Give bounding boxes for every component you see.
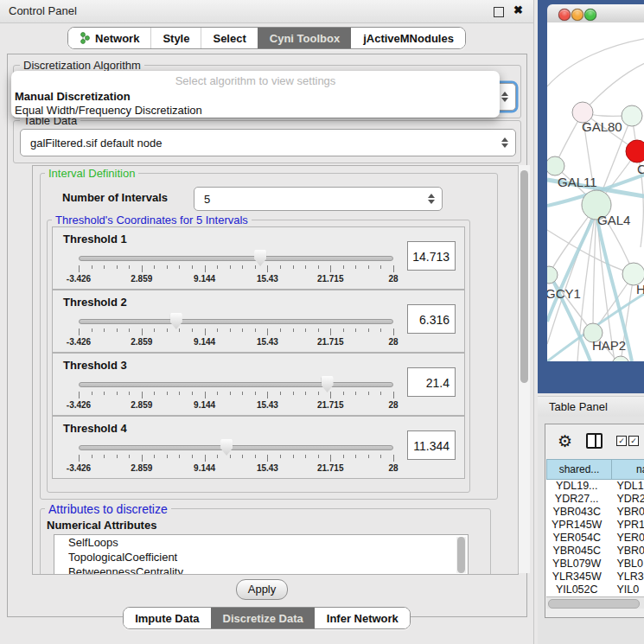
tab-impute-data[interactable]: Impute Data xyxy=(124,608,210,628)
split-columns-icon[interactable] xyxy=(586,433,603,449)
list-scrollbar-thumb[interactable] xyxy=(457,537,465,573)
network-edge[interactable] xyxy=(547,36,644,86)
tab-network[interactable]: Network xyxy=(68,28,150,48)
numerical-attributes-list[interactable]: SelfLoopsTopologicalCoefficientBetweenne… xyxy=(54,534,469,575)
gear-icon[interactable]: ⚙ xyxy=(558,433,572,450)
network-node[interactable] xyxy=(626,140,644,163)
network-graph[interactable]: GAL80GACGAL11GAL4GCY1HHAP2 xyxy=(547,22,644,361)
threshold-value-field[interactable]: 11.344 xyxy=(407,430,456,460)
slider-track[interactable] xyxy=(79,319,393,324)
close-icon[interactable]: ✖ xyxy=(513,3,523,16)
column-header-name[interactable]: na xyxy=(611,459,644,480)
attribute-list-item[interactable]: TopologicalCoefficient xyxy=(54,550,468,564)
tick-mark xyxy=(380,455,381,458)
close-traffic-light[interactable] xyxy=(558,9,571,21)
table-row[interactable]: YDR27...YDR2 xyxy=(546,493,644,506)
tab-infer-network[interactable]: Infer Network xyxy=(315,608,410,628)
cell-shared-name[interactable]: YPR145W xyxy=(546,519,607,532)
threshold-value-field[interactable]: 14.713 xyxy=(407,241,456,271)
slider-track[interactable] xyxy=(79,256,393,261)
slider-thumb[interactable] xyxy=(220,439,233,456)
table-row[interactable]: YBL079WYBL0 xyxy=(546,558,644,571)
network-node[interactable] xyxy=(612,356,629,361)
float-window-icon[interactable] xyxy=(494,7,504,17)
slider-track[interactable] xyxy=(79,445,393,450)
tab-style[interactable]: Style xyxy=(150,28,201,48)
table-hscrollbar-thumb[interactable] xyxy=(548,599,640,609)
table-hscrollbar[interactable] xyxy=(546,596,644,609)
cell-shared-name[interactable]: YIL052C xyxy=(546,583,607,596)
threshold-value-field[interactable]: 6.316 xyxy=(407,304,456,334)
network-canvas[interactable]: GAL80GACGAL11GAL4GCY1HHAP2 xyxy=(547,22,644,361)
network-node[interactable] xyxy=(547,266,558,284)
threshold-slider[interactable]: -3.4262.8599.14415.4321.71528 xyxy=(79,379,393,412)
tick-mark xyxy=(129,455,130,458)
table-data-combobox[interactable]: galFiltered.sif default node xyxy=(20,129,516,156)
column-header-shared-name[interactable]: shared... xyxy=(546,459,612,480)
cell-name[interactable]: YDR2 xyxy=(607,493,644,506)
slider-track[interactable] xyxy=(79,382,393,387)
viewport-scrollbar-thumb[interactable] xyxy=(520,170,528,383)
tab-label: Style xyxy=(163,32,189,45)
slider-thumb[interactable] xyxy=(170,313,182,329)
cell-name[interactable]: YER0 xyxy=(607,532,644,545)
checkbox-icon[interactable]: ✓ xyxy=(616,436,627,446)
cell-name[interactable]: YIL0 xyxy=(607,583,644,596)
threshold-slider[interactable]: -3.4262.8599.14415.4321.71528 xyxy=(79,443,393,475)
table-row[interactable]: YER054CYER0 xyxy=(546,532,644,545)
slider-thumb[interactable] xyxy=(322,376,334,392)
cell-shared-name[interactable]: YBL079W xyxy=(546,558,607,571)
cell-name[interactable]: YBL0 xyxy=(607,558,644,571)
network-node[interactable] xyxy=(547,156,564,175)
number-of-intervals-spinner[interactable]: 5 xyxy=(194,187,443,211)
threshold-slider[interactable]: -3.4262.8599.14415.4321.71528 xyxy=(79,253,393,286)
tick-mark xyxy=(255,265,256,269)
tick-label: 21.715 xyxy=(317,463,344,473)
cell-shared-name[interactable]: YBR045C xyxy=(546,545,607,558)
network-edge-highlighted[interactable] xyxy=(547,269,590,361)
cell-name[interactable]: YDL1 xyxy=(607,480,644,493)
checkbox-icon[interactable]: ✓ xyxy=(628,436,639,446)
network-node[interactable] xyxy=(622,105,642,126)
table-row[interactable]: YPR145WYPR1 xyxy=(546,519,644,532)
minimize-traffic-light[interactable] xyxy=(571,9,583,21)
cell-shared-name[interactable]: YER054C xyxy=(546,532,607,545)
cell-shared-name[interactable]: YLR345W xyxy=(546,571,607,583)
cell-name[interactable]: YBR0 xyxy=(607,545,644,558)
cell-name[interactable]: YPR1 xyxy=(607,519,644,532)
cell-name[interactable]: YBR0 xyxy=(607,506,644,519)
tab-cyni-toolbox[interactable]: Cyni Toolbox xyxy=(258,28,351,48)
attribute-list-item[interactable]: SelfLoops xyxy=(54,535,468,550)
list-scrollbar[interactable] xyxy=(456,537,466,573)
threshold-value-field[interactable]: 21.4 xyxy=(407,367,456,397)
cell-shared-name[interactable]: YDL19... xyxy=(546,480,607,493)
slider-thumb[interactable] xyxy=(254,250,266,266)
tick-mark xyxy=(393,265,394,272)
threshold-slider[interactable]: -3.4262.8599.14415.4321.71528 xyxy=(79,316,393,349)
network-edge[interactable] xyxy=(583,57,644,112)
table-row[interactable]: YLR345WYLR3 xyxy=(546,571,644,583)
cell-name[interactable]: YLR3 xyxy=(607,571,644,583)
dropdown-hint: Select algorithm to view settings xyxy=(11,74,500,87)
network-edge[interactable] xyxy=(547,230,634,274)
apply-button[interactable]: Apply xyxy=(236,579,288,600)
viewport-scrollbar[interactable] xyxy=(518,165,530,573)
table-row[interactable]: YBR045CYBR0 xyxy=(546,545,644,558)
tab-discretize-data[interactable]: Discretize Data xyxy=(211,608,315,628)
cell-shared-name[interactable]: YBR043C xyxy=(546,506,607,519)
threshold-panel: Threshold 4-3.4262.8599.14415.4321.71528… xyxy=(52,416,465,479)
tab-jactivemnodules[interactable]: jActiveMNodules xyxy=(351,28,465,48)
table-row[interactable]: YBR043CYBR0 xyxy=(546,506,644,519)
attribute-list-item[interactable]: BetweennessCentrality xyxy=(54,564,468,575)
tab-select[interactable]: Select xyxy=(201,28,257,48)
threshold-label: Threshold 2 xyxy=(63,296,127,309)
cell-shared-name[interactable]: YDR27... xyxy=(546,493,607,506)
table-row[interactable]: YDL19...YDL1 xyxy=(546,480,644,493)
zoom-traffic-light[interactable] xyxy=(584,9,596,21)
table-row[interactable]: YIL052CYIL0 xyxy=(546,583,644,596)
dropdown-item[interactable]: Equal Width/Frequency Discretization xyxy=(15,103,494,118)
tick-mark xyxy=(104,328,105,332)
tick-mark xyxy=(330,265,331,272)
dropdown-item[interactable]: Manual Discretization xyxy=(15,89,494,104)
tick-mark xyxy=(280,392,281,395)
